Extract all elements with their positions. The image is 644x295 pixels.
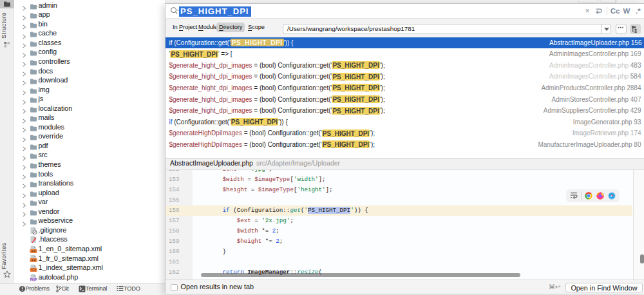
svg-text:PHP: PHP [30, 278, 37, 281]
